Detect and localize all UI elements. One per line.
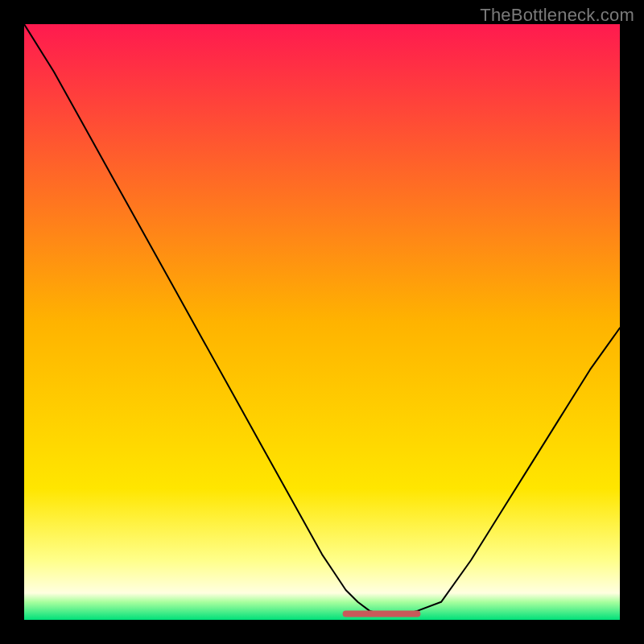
chart-svg <box>24 24 620 620</box>
gradient-background <box>24 24 620 620</box>
watermark-text: TheBottleneck.com <box>480 5 634 26</box>
chart-frame: TheBottleneck.com <box>0 0 644 644</box>
plot-area <box>24 24 620 620</box>
